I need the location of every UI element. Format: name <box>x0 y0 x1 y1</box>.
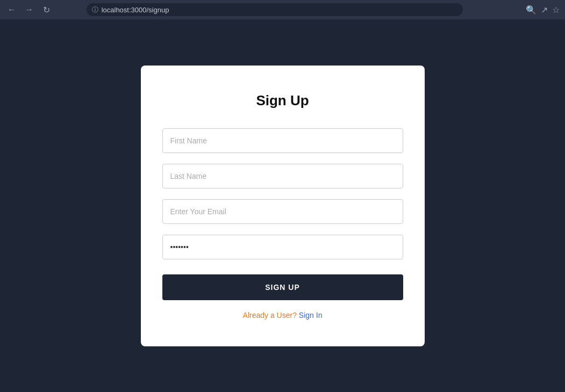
signin-link[interactable]: Sign In <box>299 311 323 320</box>
last-name-group <box>162 164 403 188</box>
forward-button[interactable]: → <box>23 3 35 16</box>
reload-button[interactable]: ↻ <box>40 3 53 16</box>
signin-prompt: Already a User? Sign In <box>243 311 323 320</box>
page-title: Sign Up <box>256 92 309 109</box>
back-button[interactable]: ← <box>5 3 18 16</box>
password-group <box>162 235 403 259</box>
lock-icon: ⓘ <box>92 5 98 14</box>
first-name-input[interactable] <box>162 128 403 153</box>
signup-button[interactable]: SIGN UP <box>162 274 403 300</box>
share-icon[interactable]: ↗ <box>541 5 548 15</box>
page-background: Sign Up SIGN UP Already a User? Sign In <box>0 19 565 392</box>
first-name-group <box>162 128 403 153</box>
address-bar[interactable]: ⓘ localhost:3000/signup <box>87 3 463 16</box>
last-name-input[interactable] <box>162 164 403 188</box>
zoom-icon[interactable]: 🔍 <box>526 5 537 15</box>
email-group <box>162 199 403 224</box>
signup-card: Sign Up SIGN UP Already a User? Sign In <box>141 66 425 346</box>
browser-chrome: ← → ↻ ⓘ localhost:3000/signup 🔍 ↗ ☆ <box>0 0 565 19</box>
bookmark-icon[interactable]: ☆ <box>552 5 560 15</box>
browser-actions: 🔍 ↗ ☆ <box>526 5 560 15</box>
email-input[interactable] <box>162 199 403 224</box>
password-input[interactable] <box>162 235 403 259</box>
url-text: localhost:3000/signup <box>102 6 169 14</box>
already-user-text: Already a User? <box>243 311 297 320</box>
